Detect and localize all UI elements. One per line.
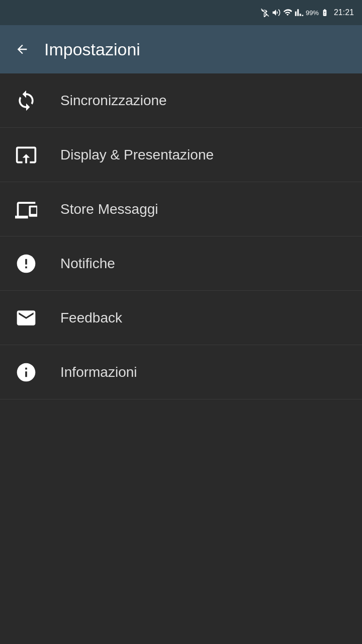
feedback-icon: [12, 304, 40, 332]
display-label: Display & Presentazione: [60, 147, 214, 163]
battery-charging-icon: [321, 9, 329, 17]
toolbar: Impostazioni: [0, 25, 362, 73]
store-label: Store Messaggi: [60, 201, 158, 217]
display-icon: [12, 141, 40, 169]
back-arrow-icon: [15, 42, 29, 56]
status-time: 21:21: [334, 8, 354, 17]
back-button[interactable]: [10, 37, 34, 61]
menu-list: Sincronizzazione Display & Presentazione…: [0, 73, 362, 399]
sync-icon: [12, 87, 40, 115]
status-bar: 99% 21:21: [0, 0, 362, 25]
sincronizzazione-label: Sincronizzazione: [60, 93, 167, 109]
notifiche-label: Notifiche: [60, 256, 115, 272]
informazioni-label: Informazioni: [60, 364, 137, 380]
signal-icon: [295, 8, 304, 17]
wifi-icon: [283, 8, 293, 17]
menu-item-notifiche[interactable]: Notifiche: [0, 236, 362, 291]
feedback-label: Feedback: [60, 310, 122, 326]
menu-item-display[interactable]: Display & Presentazione: [0, 128, 362, 182]
menu-item-sincronizzazione[interactable]: Sincronizzazione: [0, 73, 362, 128]
status-icons: 99% 21:21: [260, 8, 354, 17]
store-icon: [12, 195, 40, 223]
info-icon: [12, 358, 40, 386]
menu-item-informazioni[interactable]: Informazioni: [0, 345, 362, 399]
page-title: Impostazioni: [44, 40, 140, 59]
bluetooth-off-icon: [260, 8, 269, 17]
menu-item-store[interactable]: Store Messaggi: [0, 182, 362, 236]
mute-icon: [272, 8, 281, 17]
battery-text: 99%: [306, 9, 319, 17]
notification-icon: [12, 250, 40, 278]
menu-item-feedback[interactable]: Feedback: [0, 291, 362, 345]
